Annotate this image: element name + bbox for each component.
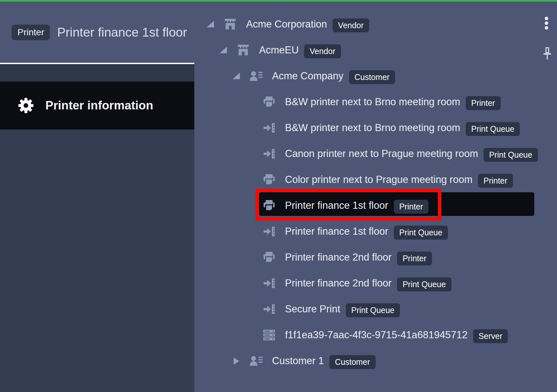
tree-item-label: Printer finance 1st floor xyxy=(285,226,388,237)
printer-icon xyxy=(263,174,275,185)
tree-row[interactable]: Canon printer next to Prague meeting roo… xyxy=(194,141,557,167)
expander-expanded-icon[interactable] xyxy=(219,46,228,55)
tree-item-label: Color printer next to Prague meeting roo… xyxy=(285,174,472,185)
tree-item-badge: Vendor xyxy=(333,18,369,32)
tree-item-label: Acme Company xyxy=(272,70,344,82)
tree-row[interactable]: Acme Corporation Vendor xyxy=(194,11,557,37)
tree-row[interactable]: Printer finance 2nd floor Printer xyxy=(194,244,557,270)
tree-item-badge: Print Queue xyxy=(397,277,451,291)
printer-icon xyxy=(263,96,275,107)
printer-information-section-header[interactable]: Printer information xyxy=(0,82,194,129)
tree-item-label: Secure Print xyxy=(285,303,340,315)
tree-item-label: B&W printer next to Brno meeting room xyxy=(285,122,460,134)
tree-row[interactable]: Color printer next to Prague meeting roo… xyxy=(194,167,557,193)
tree-item-label: Acme Corporation xyxy=(246,18,327,30)
tree-row[interactable]: Printer finance 2nd floor Print Queue xyxy=(194,270,557,296)
tree-item-badge: Server xyxy=(473,329,508,343)
print-queue-icon xyxy=(263,278,275,288)
printer-information-label: Printer information xyxy=(45,99,153,112)
print-queue-icon xyxy=(263,149,275,159)
tree-item-badge: Printer xyxy=(466,96,501,110)
tree-item-badge: Customer xyxy=(329,355,375,369)
tree-item-label: Printer finance 2nd floor xyxy=(285,252,392,263)
expander-expanded-icon[interactable] xyxy=(206,20,215,29)
printer-icon xyxy=(263,252,275,263)
gear-icon xyxy=(17,97,34,114)
printer-icon xyxy=(263,200,275,211)
tree-row[interactable]: B&W printer next to Brno meeting room Pr… xyxy=(194,115,557,141)
tree-row[interactable]: f1f1ea39-7aac-4f3c-9715-41a681945712 Ser… xyxy=(194,322,557,348)
tree-item-badge: Printer xyxy=(397,252,432,265)
tree-item-badge: Customer xyxy=(349,70,395,84)
tree-item-badge: Print Queue xyxy=(466,122,520,136)
tree-item-badge: Printer xyxy=(394,200,429,214)
store-icon xyxy=(237,45,250,56)
tree-row[interactable]: Customer 1 Customer xyxy=(194,348,557,374)
tree-item-badge: Vendor xyxy=(304,44,341,58)
tree-item-badge: Print Queue xyxy=(394,226,448,240)
tree-row[interactable]: B&W printer next to Brno meeting room Pr… xyxy=(194,89,557,115)
customer-icon xyxy=(249,71,264,81)
tree-row[interactable]: Printer finance 1st floor Print Queue xyxy=(194,218,557,244)
server-icon xyxy=(263,330,276,341)
store-icon xyxy=(224,19,237,30)
page-title: Printer finance 1st floor xyxy=(57,25,187,39)
tree-row[interactable]: Printer finance 1st floor Printer xyxy=(194,193,557,218)
print-queue-icon xyxy=(263,226,275,237)
tree-item-badge: Print Queue xyxy=(346,303,400,317)
detail-panel-header: Printer Printer finance 1st floor xyxy=(0,2,194,63)
panel-strip xyxy=(0,64,194,82)
expander-collapsed-icon[interactable] xyxy=(232,357,241,365)
tree-row[interactable]: Secure Print Print Queue xyxy=(194,296,557,322)
customer-icon xyxy=(249,356,264,366)
tree-item-badge: Print Queue xyxy=(483,148,538,162)
tree-item-badge: Printer xyxy=(478,174,513,188)
tree-item-label: f1f1ea39-7aac-4f3c-9715-41a681945712 xyxy=(285,329,468,341)
tree-item-label: AcmeEU xyxy=(259,44,299,56)
tree-item-label: Customer 1 xyxy=(272,355,324,367)
detail-panel: Printer Printer finance 1st floor xyxy=(0,2,194,392)
expander-expanded-icon[interactable] xyxy=(232,72,241,81)
tree: Acme Corporation Vendor xyxy=(194,2,557,392)
print-queue-icon xyxy=(263,123,275,133)
tree-item-label: Printer finance 1st floor xyxy=(285,200,388,211)
tree-item-label: Canon printer next to Prague meeting roo… xyxy=(285,148,478,160)
tree-row[interactable]: AcmeEU Vendor xyxy=(194,37,557,63)
tree-row[interactable]: Acme Company Customer xyxy=(194,63,557,89)
tree-item-label: B&W printer next to Brno meeting room xyxy=(285,96,460,108)
print-queue-icon xyxy=(263,304,275,314)
object-type-badge: Printer xyxy=(12,25,50,40)
tree-item-label: Printer finance 2nd floor xyxy=(285,277,392,289)
detail-panel-body xyxy=(0,129,194,392)
